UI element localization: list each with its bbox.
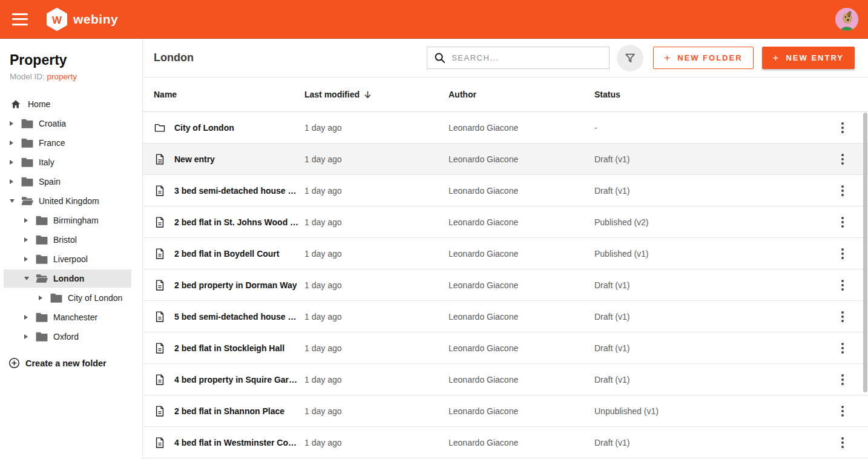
table-row-2-bed-flat-in-shannon-place[interactable]: 2 bed flat in Shannon Place 1 day ago Le…: [143, 395, 868, 427]
sidebar-item-city-of-london[interactable]: City of London: [0, 288, 142, 308]
sidebar-item-manchester[interactable]: Manchester: [0, 308, 142, 327]
folder-outline-icon: [154, 122, 166, 134]
document-icon: [154, 248, 166, 260]
sidebar-item-birmingham[interactable]: Birmingham: [0, 211, 142, 230]
expand-arrow-icon[interactable]: [24, 235, 34, 245]
plus-icon: +: [664, 52, 671, 64]
table-row-2-bed-flat-in-stockleigh-hall[interactable]: 2 bed flat in Stockleigh Hall 1 day ago …: [143, 332, 868, 364]
last-modified-cell: 1 day ago: [304, 312, 449, 322]
row-actions-kebab-button[interactable]: [835, 404, 850, 418]
entry-name-cell: 2 bed flat in St. Johns Wood …: [154, 216, 304, 228]
row-actions-kebab-button[interactable]: [835, 341, 850, 355]
table-row-new-entry[interactable]: ☝ New entry 1 day ago Leonardo Giacone D…: [143, 144, 868, 175]
status-cell: Published (v1): [594, 249, 830, 259]
svg-text:W: W: [52, 14, 62, 25]
row-actions-kebab-button[interactable]: [835, 309, 850, 324]
document-icon: [154, 437, 166, 449]
folder-closed-icon: [35, 215, 48, 226]
new-entry-button[interactable]: + NEW ENTRY: [762, 47, 855, 69]
row-actions-kebab-button[interactable]: [835, 278, 850, 292]
table-row-4-bed-flat-in-westminster-co[interactable]: 4 bed flat in Westminster Co… 1 day ago …: [143, 427, 868, 458]
sidebar-item-home[interactable]: Home: [0, 94, 142, 114]
last-modified-cell: 1 day ago: [304, 438, 449, 447]
table-row-2-bed-flat-in-st-johns-wood[interactable]: 2 bed flat in St. Johns Wood … 1 day ago…: [143, 206, 868, 238]
table-row-2-bed-property-in-dorman-way[interactable]: 2 bed property in Dorman Way 1 day ago L…: [143, 269, 868, 301]
expand-arrow-icon[interactable]: [24, 216, 34, 225]
row-actions-kebab-button[interactable]: [835, 246, 850, 261]
row-actions-kebab-button[interactable]: [835, 152, 850, 167]
document-icon: [154, 216, 166, 228]
sidebar-item-france[interactable]: France: [0, 133, 142, 153]
entry-name-label: 4 bed property in Squire Gar…: [174, 375, 297, 385]
entry-name-cell: City of London: [154, 122, 304, 134]
hamburger-menu-icon[interactable]: [12, 13, 28, 25]
row-actions-kebab-button[interactable]: [835, 121, 850, 135]
folder-closed-icon: [21, 118, 34, 129]
circle-plus-icon: [8, 357, 20, 369]
expand-arrow-icon[interactable]: [24, 312, 34, 322]
table-row-2-bed-flat-in-boydell-court[interactable]: 2 bed flat in Boydell Court 1 day ago Le…: [143, 238, 868, 269]
expand-arrow-icon[interactable]: [24, 332, 34, 342]
expand-arrow-icon[interactable]: [39, 293, 48, 303]
create-folder-label: Create a new folder: [25, 358, 107, 368]
sidebar-item-london[interactable]: London: [0, 269, 142, 288]
expand-arrow-icon[interactable]: [10, 119, 19, 128]
entry-name-cell: 2 bed flat in Stockleigh Hall: [154, 342, 304, 354]
author-cell: Leonardo Giacone: [449, 123, 594, 133]
table-row-city-of-london[interactable]: City of London 1 day ago Leonardo Giacon…: [143, 112, 868, 144]
user-avatar[interactable]: [835, 8, 858, 31]
brand-wordmark: webiny: [73, 12, 118, 27]
status-cell: Draft (v1): [594, 186, 830, 196]
column-header-status[interactable]: Status: [594, 90, 830, 99]
last-modified-cell: 1 day ago: [304, 280, 449, 290]
row-actions-kebab-button[interactable]: [835, 435, 850, 450]
entry-name-label: New entry: [174, 154, 215, 164]
expand-arrow-icon[interactable]: [10, 177, 19, 187]
document-icon: [154, 279, 166, 291]
last-modified-cell: 1 day ago: [304, 217, 449, 227]
entry-name-cell: ☝ New entry: [154, 153, 304, 165]
new-folder-button[interactable]: + NEW FOLDER: [653, 47, 753, 69]
status-cell: Draft (v1): [594, 438, 830, 447]
column-header-author[interactable]: Author: [449, 90, 594, 99]
sidebar-item-united-kingdom[interactable]: United Kingdom: [0, 191, 142, 211]
tree-item-label: France: [39, 138, 65, 148]
sidebar-item-liverpool[interactable]: Liverpool: [0, 249, 142, 269]
sidebar-item-oxford[interactable]: Oxford: [0, 327, 142, 346]
column-header-last-modified[interactable]: Last modified: [304, 90, 449, 99]
filter-button[interactable]: [617, 45, 643, 71]
status-cell: Draft (v1): [594, 154, 830, 164]
expand-arrow-icon[interactable]: [24, 274, 34, 283]
table-header: Name Last modified Author Status: [143, 78, 868, 112]
create-new-folder-button[interactable]: Create a new folder: [0, 357, 142, 369]
expand-arrow-icon[interactable]: [24, 254, 34, 264]
table-row-4-bed-property-in-squire-gar[interactable]: 4 bed property in Squire Gar… 1 day ago …: [143, 364, 868, 395]
sidebar-item-italy[interactable]: Italy: [0, 153, 142, 172]
folder-open-icon: [21, 196, 34, 206]
entry-name-label: 2 bed property in Dorman Way: [174, 280, 297, 290]
model-id-label: Model ID:: [10, 72, 45, 81]
document-icon: [154, 342, 166, 354]
table-row-3-bed-semi-detached-house[interactable]: 3 bed semi-detached house … 1 day ago Le…: [143, 175, 868, 206]
tree-item-label: Liverpool: [53, 254, 88, 264]
last-modified-cell: 1 day ago: [304, 249, 449, 259]
webiny-logo[interactable]: W webiny: [46, 8, 118, 31]
vertical-scrollbar-thumb[interactable]: [863, 113, 867, 392]
row-actions-kebab-button[interactable]: [835, 372, 850, 387]
column-header-name[interactable]: Name: [154, 90, 304, 99]
sidebar-item-croatia[interactable]: Croatia: [0, 114, 142, 133]
last-modified-cell: 1 day ago: [304, 123, 449, 133]
author-cell: Leonardo Giacone: [449, 217, 594, 227]
expand-arrow-icon[interactable]: [10, 138, 19, 148]
author-cell: Leonardo Giacone: [449, 154, 594, 164]
main-content: London + NEW FOLDER: [143, 39, 868, 459]
search-input[interactable]: [452, 53, 603, 62]
row-actions-kebab-button[interactable]: [835, 215, 850, 230]
sidebar-item-spain[interactable]: Spain: [0, 172, 142, 191]
expand-arrow-icon[interactable]: [10, 196, 19, 206]
expand-arrow-icon[interactable]: [10, 157, 19, 167]
table-row-5-bed-semi-detached-house[interactable]: 5 bed semi-detached house … 1 day ago Le…: [143, 301, 868, 332]
search-box: [427, 47, 610, 69]
row-actions-kebab-button[interactable]: [835, 183, 850, 198]
sidebar-item-bristol[interactable]: Bristol: [0, 230, 142, 249]
